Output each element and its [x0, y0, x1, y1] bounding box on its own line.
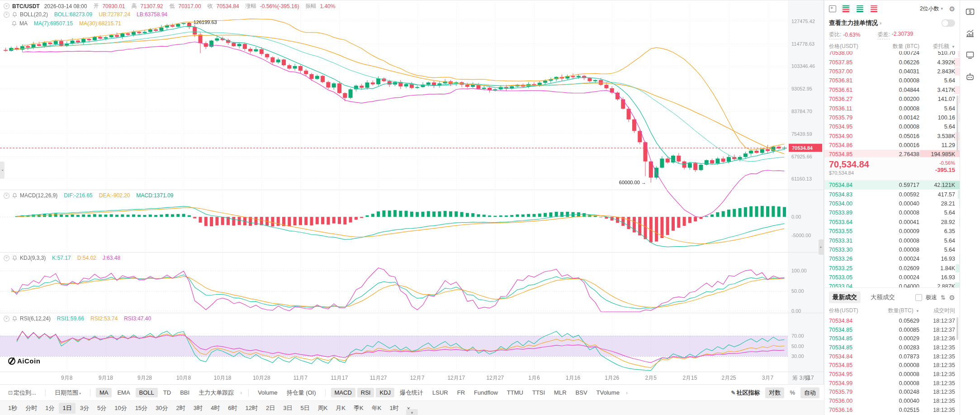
- terminal-icon[interactable]: [965, 50, 975, 60]
- toolbar-item-volume[interactable]: Volume: [254, 388, 281, 397]
- period-30分[interactable]: 30分: [152, 403, 171, 414]
- scrollbar[interactable]: [956, 317, 958, 340]
- book-view-both-icon[interactable]: [842, 5, 850, 13]
- alert-bell-icon[interactable]: [12, 193, 17, 198]
- book-view-bids-icon[interactable]: [856, 5, 864, 13]
- ask-row[interactable]: 70536.110.000085.64: [824, 104, 960, 113]
- toolbar-item-ma[interactable]: MA: [96, 388, 112, 397]
- ask-row[interactable]: 70536.270.00200141.07: [824, 95, 960, 104]
- toolbar-item-自动[interactable]: 自动: [800, 387, 819, 398]
- left-panel-collapse-handle[interactable]: ◂: [0, 162, 5, 179]
- bid-row[interactable]: 70534.000.0004028.21: [824, 199, 960, 208]
- tab-large-trades[interactable]: 大额成交: [867, 291, 899, 303]
- bid-row[interactable]: 70533.300.000085.64: [824, 245, 960, 254]
- chip-distribution-button[interactable]: 筹: [792, 374, 798, 382]
- collapse-pane-icon[interactable]: ˅: [4, 193, 9, 199]
- period-周K[interactable]: 周K: [314, 403, 331, 414]
- ask-row[interactable]: 70537.850.062264.392K: [824, 57, 960, 67]
- trades-gear-icon[interactable]: ⚙: [949, 294, 955, 301]
- ask-row[interactable]: 70537.000.040312.843K: [824, 67, 960, 76]
- bid-row[interactable]: 70533.890.000085.64: [824, 208, 960, 217]
- period-12时[interactable]: 12时: [242, 403, 261, 414]
- toolbar-item-kdj[interactable]: KDJ: [376, 388, 394, 397]
- fast-mode-checkbox[interactable]: [915, 294, 922, 301]
- toolbar-item-ttsi[interactable]: TTSI: [529, 388, 549, 397]
- period-3日[interactable]: 3日: [279, 403, 296, 414]
- toolbar-item-爆仓统计[interactable]: 爆仓统计: [396, 387, 427, 398]
- toolbar-item-boll[interactable]: BOLL: [136, 388, 158, 397]
- bid-row[interactable]: 70534.840.5971742.121K: [824, 181, 960, 190]
- period-月K[interactable]: 月K: [332, 403, 349, 414]
- view-main-orders-link[interactable]: 查看主力挂单情况 ›: [829, 19, 881, 27]
- main-orders-toggle[interactable]: [942, 19, 955, 27]
- alert-bell-icon[interactable]: [12, 21, 17, 26]
- toolbar-item-日期范围[interactable]: 日期范围▾: [51, 387, 85, 398]
- bid-row[interactable]: 70533.260.0002416.93: [824, 254, 960, 263]
- collapse-pane-icon[interactable]: ˅: [4, 3, 9, 9]
- period-4时[interactable]: 4时: [207, 403, 223, 414]
- bid-row[interactable]: 70534.830.00592417.57: [824, 190, 960, 199]
- period-分时[interactable]: 分时: [22, 403, 41, 414]
- toolbar-item-fundflow[interactable]: Fundflow: [470, 388, 502, 397]
- period-季K[interactable]: 季K: [350, 403, 367, 414]
- toolbar-item-macd[interactable]: MACD: [331, 388, 355, 397]
- liquidation-button[interactable]: 爆: [805, 374, 810, 382]
- collapse-pane-icon[interactable]: ˅: [4, 255, 9, 261]
- book-view-asks-icon[interactable]: [870, 5, 878, 13]
- scale-collapse-handle[interactable]: ▸: [819, 239, 824, 255]
- period-3分[interactable]: 3分: [76, 403, 93, 414]
- assistant-bot-icon[interactable]: [965, 72, 975, 82]
- toolbar-item-fr[interactable]: FR: [454, 388, 469, 397]
- period-5日[interactable]: 5日: [297, 403, 313, 414]
- more-periods-button[interactable]: ▼: [406, 409, 418, 415]
- bid-row[interactable]: 70533.640.0004128.92: [824, 218, 960, 227]
- toolbar-item-持仓量oi[interactable]: 持仓量 (OI): [283, 387, 320, 398]
- ask-row[interactable]: 70538.000.00724510.70: [824, 51, 960, 57]
- popout-window-icon[interactable]: [829, 5, 836, 12]
- period-3时[interactable]: 3时: [190, 403, 206, 414]
- bid-row[interactable]: 70533.250.026091.84K: [824, 264, 960, 273]
- period-1日[interactable]: 1日: [59, 403, 75, 414]
- period-6时[interactable]: 6时: [224, 403, 241, 414]
- toolbar-item-主力大单跟踪[interactable]: 主力大单跟踪: [195, 387, 237, 398]
- toolbar-item-社区指标[interactable]: ✎社区指标: [727, 387, 763, 398]
- toolbar-item-对数[interactable]: 对数: [765, 387, 784, 398]
- bid-row[interactable]: 70533.310.000085.64: [824, 236, 960, 245]
- bid-row[interactable]: 70533.040.040002.887K: [824, 282, 960, 287]
- toolbar-item-ttmu[interactable]: TTMU: [503, 388, 527, 397]
- period-年K[interactable]: 年K: [368, 403, 385, 414]
- toolbar-item-定位到[interactable]: ⊡定位到...: [5, 387, 40, 398]
- ask-row[interactable]: 70534.950.000085.64: [824, 122, 960, 131]
- period-5分[interactable]: 5分: [94, 403, 110, 414]
- qty-sort-header[interactable]: 数量(BTC) ▼: [872, 307, 919, 315]
- toolbar-item-ema[interactable]: EMA: [114, 388, 133, 397]
- alert-bell-icon[interactable]: [12, 316, 17, 321]
- toolbar-item-rsi[interactable]: RSI: [357, 388, 374, 397]
- collapse-pane-icon[interactable]: ˅: [4, 12, 9, 18]
- tab-latest-trades[interactable]: 最新成交: [829, 291, 861, 303]
- period-2日[interactable]: 2日: [262, 403, 279, 414]
- collapse-pane-icon[interactable]: ˅: [4, 316, 9, 322]
- toolbar-item-[interactable]: %: [786, 388, 799, 397]
- toolbar-item-bbi[interactable]: BBI: [176, 388, 193, 397]
- ask-row[interactable]: 70535.790.00142100.16: [824, 113, 960, 122]
- toolbar-item-lsur[interactable]: LSUR: [429, 388, 452, 397]
- alert-bell-icon[interactable]: [12, 12, 17, 17]
- bid-row[interactable]: 70533.050.0002416.93: [824, 273, 960, 282]
- ask-row[interactable]: 70536.610.048443.417K: [824, 86, 960, 95]
- market-growth-icon[interactable]: [965, 29, 975, 38]
- ask-row[interactable]: 70534.852.76438194.985K: [824, 150, 960, 157]
- toolbar-item-[interactable]: ›: [239, 390, 243, 396]
- toolbar-item-mlr[interactable]: MLR: [550, 388, 570, 397]
- period-1秒[interactable]: 1秒: [5, 403, 21, 414]
- period-2时[interactable]: 2时: [173, 403, 189, 414]
- period-10分[interactable]: 10分: [111, 403, 130, 414]
- toolbar-item-tvolume[interactable]: TVolume: [593, 388, 623, 397]
- amount-sort-header[interactable]: 委托额 ▼: [919, 43, 955, 50]
- toolbar-item-[interactable]: ›: [625, 390, 629, 396]
- decimals-dropdown[interactable]: 2位小数 ▼: [920, 5, 944, 13]
- sort-icon[interactable]: ⇅: [941, 294, 946, 301]
- alert-bell-icon[interactable]: [12, 255, 17, 261]
- scrollbar[interactable]: [956, 95, 958, 152]
- toolbar-item-td[interactable]: TD: [160, 388, 175, 397]
